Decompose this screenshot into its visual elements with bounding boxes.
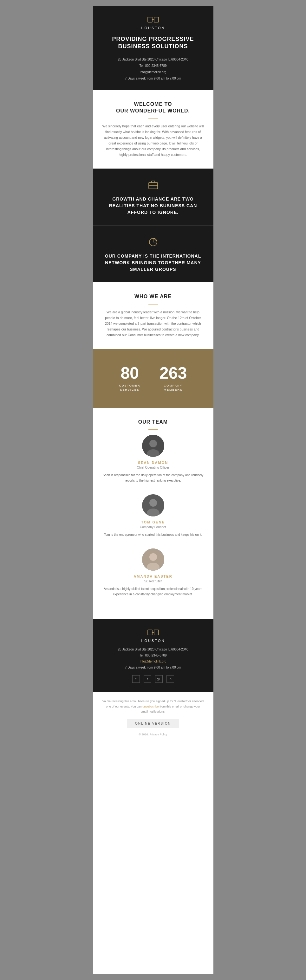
hero-tel: Tel: 800-2345-6789 — [102, 63, 204, 69]
welcome-divider — [148, 118, 158, 118]
amanda-title: Sr. Recruiter — [102, 579, 204, 583]
who-divider — [148, 304, 158, 304]
footer-white: You're receiving this email because you … — [93, 692, 214, 742]
footer-tel: Tel: 800-2345-6789 — [101, 652, 206, 659]
footer-hours: 7 Days a week from 9:00 am to 7:00 pm — [101, 664, 206, 670]
card1-text: GROWTH AND CHANGE ARE TWO REALITIES THAT… — [101, 196, 206, 216]
tom-desc: Tom is the entrepreneur who started this… — [102, 532, 204, 538]
welcome-section: WELCOME TOOUR WONDERFUL WORLD. We sincer… — [93, 90, 214, 169]
stat-company-members: 263 COMPANYMEMBERS — [159, 365, 187, 391]
footer-brand: HOUSTON — [101, 639, 206, 643]
team-member-amanda: AMANDA EASTER Sr. Recruiter Amanda is a … — [102, 549, 204, 597]
chart-icon — [147, 235, 159, 248]
svg-rect-1 — [154, 17, 159, 22]
amanda-avatar — [142, 549, 164, 571]
stat2-number: 263 — [159, 365, 187, 381]
tom-avatar-img — [142, 494, 164, 517]
stat1-number: 80 — [119, 365, 140, 381]
hero-section: HOUSTON PROVIDING PROGRESSIVE BUSINESS S… — [93, 6, 214, 90]
footer-social: f t g+ in — [101, 675, 206, 683]
team-member-tom: TOM GENE Company Founder Tom is the entr… — [102, 494, 204, 538]
hero-brand: HOUSTON — [102, 26, 204, 30]
team-title: OUR TEAM — [102, 419, 204, 426]
amanda-name: AMANDA EASTER — [102, 574, 204, 578]
amanda-desc: Amanda is a highly skilled talent acquis… — [102, 586, 204, 597]
linkedin-icon[interactable]: in — [166, 675, 174, 683]
footer-dark: HOUSTON 28 Jackson Blvd Ste 1020 Chicago… — [93, 619, 214, 692]
hero-address: 28 Jackson Blvd Ste 1020 Chicago IL 6060… — [102, 57, 204, 62]
svg-point-13 — [149, 553, 157, 561]
svg-rect-0 — [148, 17, 152, 22]
unsubscribe-link[interactable]: unsubscribe — [142, 705, 159, 708]
tom-title: Company Founder — [102, 525, 204, 529]
sean-name: SEAN DAMON — [102, 461, 204, 465]
amanda-avatar-img — [142, 549, 164, 571]
footer-note: You're receiving this email because you … — [102, 698, 204, 714]
sean-title: Chief Operating Officer — [102, 466, 204, 469]
stat2-label: COMPANYMEMBERS — [159, 384, 187, 391]
who-title: WHO WE ARE — [102, 293, 204, 300]
hero-title: PROVIDING PROGRESSIVE BUSINESS SOLUTIONS — [102, 35, 204, 50]
dark-card-network: OUR COMPANY IS THE INTERNATIONAL NETWORK… — [93, 225, 214, 282]
hero-email: Info@demolink.org — [102, 69, 204, 75]
tom-avatar — [142, 494, 164, 517]
welcome-title: WELCOME TOOUR WONDERFUL WORLD. — [102, 101, 204, 115]
who-section: WHO WE ARE We are a global industry lead… — [93, 282, 214, 349]
facebook-icon[interactable]: f — [132, 675, 140, 683]
svg-rect-15 — [148, 630, 152, 635]
welcome-text: We sincerely hope that each and every us… — [102, 124, 204, 158]
hero-contact: 28 Jackson Blvd Ste 1020 Chicago IL 6060… — [102, 57, 204, 81]
stat1-label: CUSTOMERSERVICES — [119, 384, 140, 391]
footer-copyright: © 2016. Privacy Policy — [102, 733, 204, 736]
tom-name: TOM GENE — [102, 520, 204, 524]
sean-avatar-img — [142, 435, 164, 457]
sean-desc: Sean is responsible for the daily operat… — [102, 473, 204, 483]
svg-rect-16 — [154, 630, 159, 635]
twitter-icon[interactable]: t — [143, 675, 151, 683]
stats-section: 80 CUSTOMERSERVICES 263 COMPANYMEMBERS — [93, 349, 214, 407]
footer-contact: 28 Jackson Blvd Ste 1020 Chicago IL 6060… — [101, 646, 206, 670]
stat-customer-services: 80 CUSTOMERSERVICES — [119, 365, 140, 391]
briefcase-icon — [147, 178, 159, 191]
footer-address: 28 Jackson Blvd Ste 1020 Chicago IL 6060… — [101, 646, 206, 652]
team-member-sean: SEAN DAMON Chief Operating Officer Sean … — [102, 435, 204, 483]
card2-text: OUR COMPANY IS THE INTERNATIONAL NETWORK… — [101, 253, 206, 273]
svg-point-7 — [149, 440, 157, 447]
footer-email: Info@demolink.org — [101, 659, 206, 664]
footer-logo-icon — [147, 628, 159, 636]
sean-avatar — [142, 435, 164, 457]
hero-logo-icon — [147, 16, 159, 24]
online-version-button[interactable]: ONLINE VERSION — [127, 719, 179, 728]
stats-content: 80 CUSTOMERSERVICES 263 COMPANYMEMBERS — [99, 365, 207, 391]
googleplus-icon[interactable]: g+ — [155, 675, 163, 683]
hero-hours: 7 Days a week from 9:00 am to 7:00 pm — [102, 76, 204, 81]
team-divider — [148, 429, 158, 430]
team-section: OUR TEAM SEAN DAMON Chief Operating Offi… — [93, 408, 214, 619]
svg-point-10 — [149, 499, 157, 507]
dark-card-growth: GROWTH AND CHANGE ARE TWO REALITIES THAT… — [93, 169, 214, 225]
who-text: We are a global industry leader with a m… — [102, 310, 204, 338]
